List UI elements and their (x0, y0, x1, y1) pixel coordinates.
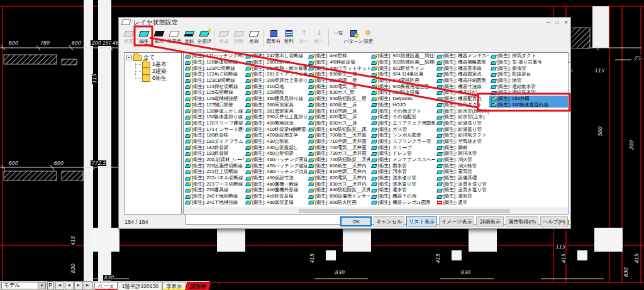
layer-item[interactable]: [衛生]: 720電気__天井面 (307, 144, 370, 150)
layer-item[interactable]: [衛生]: 汚水管 (370, 169, 435, 175)
layer-item[interactable]: [衛生]: 通常 (435, 199, 489, 206)
layer-item[interactable]: [衛生]: 防振架台 (489, 71, 568, 77)
layer-item[interactable]: [衛生]: 810空調__天井内 (307, 169, 370, 175)
layer-item[interactable]: [衛生]: Defpoints (370, 96, 435, 102)
layer-item[interactable]: [衛生]: 540防犯防災__壁 (307, 96, 370, 102)
layer-item[interactable]: [衛生]: 223ブース切断線 (184, 181, 244, 187)
layer-item[interactable]: [衛生]: 905異種用途区画 (370, 83, 435, 89)
layer-item[interactable]: [衛生]: 120躯体切断線 (184, 59, 244, 65)
layer-item[interactable]: [衛生]: 050外構 (489, 96, 568, 102)
layer-item[interactable]: [衛生]: 440山留腹起し (244, 144, 307, 150)
detail-view-button[interactable]: 詳細表示 (476, 216, 504, 226)
layer-item[interactable]: [衛生]: 490仮設寸法 (244, 175, 307, 181)
layer-item[interactable]: [衛生]: 160躯体見隠れ線 (489, 102, 568, 108)
layer-item[interactable]: [衛生]: 追焚き送り管 (435, 181, 489, 187)
layer-item[interactable]: [衛生]: 機器配置点 (435, 96, 489, 102)
sheet-nav-button-2[interactable]: ▶ (74, 281, 83, 290)
layer-item[interactable]: [衛生]: 4a0重機一般線 (244, 181, 307, 187)
layer-item[interactable]: [衛生]: 機器メンテスペース (435, 53, 489, 59)
layer-item[interactable]: [衛生]: 430山留杭 (244, 138, 307, 145)
sheet-nav-button-1[interactable]: ◀ (65, 281, 74, 290)
layer-item[interactable]: [衛生]: 240下地切断線 (184, 193, 244, 199)
minimize-button[interactable]: ─ (544, 19, 553, 26)
layer-item[interactable]: [衛生]: 183鉄骨雑 (184, 150, 244, 157)
layer-item[interactable]: [衛生]: 205,副資材_シーリング (184, 157, 244, 163)
layer-item[interactable]: [衛生]: 171インサート建築 (184, 126, 244, 132)
layer-item[interactable]: [衛生]: その他ダクト (370, 108, 435, 114)
layer-item[interactable]: [衛生]: シンボル図形 (370, 132, 435, 138)
layer-item[interactable]: [衛生]: 470ハッチング破線 (244, 162, 307, 169)
layer-item[interactable]: [衛生]: ガス管 (370, 126, 435, 132)
layer-item[interactable]: [衛生]: 630ガス__床 (307, 120, 370, 126)
layer-item[interactable]: [衛生]: 還水管 (370, 187, 435, 193)
layer-item[interactable]: [衛生]: 給湯返り管 (435, 126, 489, 132)
layer-item[interactable]: [衛生]: 消火栓管 (435, 162, 489, 169)
cancel-button[interactable]: キャンセル (374, 216, 404, 226)
dropdown-arrow-icon[interactable]: ▼ (38, 282, 45, 289)
tree-item-6衛生[interactable]: 6衛生 (135, 75, 181, 82)
layer-item[interactable]: [衛生]: 222パネル切断線 (184, 175, 244, 181)
layer-item[interactable]: [衛生]: 901防煙区画__間仕切 (370, 53, 435, 59)
layer-item[interactable]: [衛生]: 460ハッチング実線 (244, 157, 307, 163)
layer-item[interactable]: [衛生]: 740防犯防災__天井面 (307, 157, 370, 163)
layer-item[interactable]: [衛生]: 241下地補強線 (184, 199, 244, 206)
layer-item[interactable]: [衛生]: 850設備用インサート (307, 193, 370, 199)
layer-item[interactable]: [衛生]: 360実装家具 (244, 102, 307, 108)
layer-item[interactable]: [衛生]: 給排気ダクト (435, 132, 489, 138)
layer-item[interactable]: [衛生]: 610空調__床 (307, 108, 370, 114)
layer-item[interactable]: [衛生]: 機器基準線 (435, 65, 489, 71)
layer-item[interactable]: [衛生]: 機器シンボル図形 (370, 199, 435, 206)
close-button[interactable]: ✕ (562, 19, 570, 26)
layer-item[interactable]: [衛生]: 膨張管 (489, 65, 568, 71)
layer-item[interactable]: [衛生]: 給水管(上水) (435, 114, 489, 120)
layer-item[interactable]: [衛生]: 420仮設用文字 (244, 132, 307, 138)
layer-item[interactable]: [衛生]: 連結散水管 (489, 83, 568, 89)
p-button[interactable]: P (47, 281, 54, 290)
toolbar-button-list[interactable]: 一覧 (331, 28, 346, 36)
layer-item[interactable]: [衛生]: 4e0型枠 (307, 53, 370, 59)
layer-item[interactable]: [衛生]: 182鉄骨梁 (184, 144, 244, 150)
layer-item[interactable]: [衛生]: 150躯体見掛り線 (184, 114, 244, 120)
toolbar-button-settings[interactable]: 設定 (361, 28, 376, 44)
layer-item[interactable]: [衛生]: 空気抜き管 (435, 138, 489, 145)
layer-item[interactable]: [衛生]: 4d0単管足場 (244, 199, 307, 206)
sheet-tab[interactable]: 非表示 (162, 282, 186, 290)
toolbar-button-edit[interactable]: 編集 (136, 28, 152, 44)
layer-item[interactable]: [衛生]: 126縦樋補強壁 (184, 96, 244, 102)
toolbar-button-select-all[interactable]: 全選択 (197, 28, 212, 44)
layer-item[interactable]: [衛生]: 510空調__壁 (307, 77, 370, 84)
layer-item[interactable]: [衛生]: 4b0重機外形線 (244, 187, 307, 193)
layer-item[interactable]: [衛生]: 904 114条区画 (370, 71, 435, 77)
layer-item[interactable]: [衛生]: 181ダイアフラム (184, 138, 244, 145)
layer-item[interactable]: [衛生]: 給気ダクト (435, 102, 489, 108)
layer-item[interactable]: [衛生]: 125石切断線 (184, 89, 244, 96)
layer-item[interactable]: [衛生]: 温水送り管 (370, 175, 435, 181)
layer-item[interactable]: [衛生]: 220区画壁切断線 (184, 162, 244, 169)
layer-item[interactable]: [衛生]: 520電気__壁 (307, 83, 370, 89)
layer-item[interactable]: [衛生]: スリーブ (370, 144, 435, 150)
layer-item[interactable]: [衛生]: 非-通り芯番号 (489, 59, 568, 65)
layer-item[interactable]: [衛生]: 給湯送り管 (435, 120, 489, 126)
layer-item[interactable]: [衛生]: エリアチェク用図形 (370, 120, 435, 126)
layer-item[interactable]: [衛生]: 350建具見掛り線 (244, 96, 307, 102)
maximize-button[interactable]: □ (553, 19, 562, 26)
layer-item[interactable]: [衛生]: 124押せ切断線 (184, 83, 244, 89)
layer-item[interactable]: [衛生]: 鋼材 (435, 144, 489, 150)
layer-item[interactable]: [衛生]: HOJO (370, 102, 435, 108)
layer-item[interactable]: [衛生]: 機器注記 (435, 89, 489, 96)
sheet-tab[interactable]: 説明用 (185, 282, 211, 290)
layer-item[interactable]: [衛生]: 620電気__床 (307, 114, 370, 120)
layer-item[interactable]: [衛生]: 800衛生__天井内 (307, 162, 370, 169)
layer-item[interactable]: [衛生]: 710空調__天井面 (307, 138, 370, 145)
layer-item[interactable]: [衛生]: 4c0鉄骨足場 (244, 193, 307, 199)
tree-expander-icon[interactable] (126, 55, 132, 60)
layer-item[interactable]: [衛生]: 903延焼ライン (370, 65, 435, 71)
layer-item[interactable]: [衛生]: 390天井仕上見掛り線 (244, 114, 307, 120)
layer-item[interactable]: [衛生]: 111ハッチングRC (184, 53, 244, 59)
layer-item[interactable]: [衛生]: 840防犯防災__天井内 (307, 187, 370, 193)
layer-item[interactable]: [衛生]: 通気管 (435, 193, 489, 199)
layer-item[interactable]: [衛生]: 300壁床仕上見掛り線 (244, 77, 307, 84)
layer-item[interactable]: [衛生]: 600衛生__床 (307, 102, 370, 108)
sheet-nav-button-3[interactable]: ▶| (84, 281, 92, 290)
layer-item[interactable]: [衛生]: 730ガス__天井面 (307, 150, 370, 157)
